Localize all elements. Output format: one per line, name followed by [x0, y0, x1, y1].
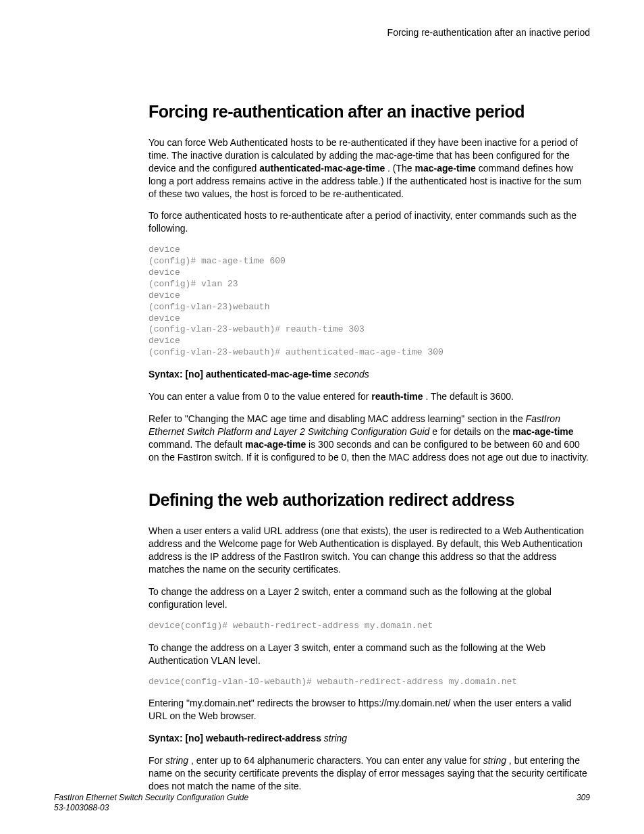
term-mac-age-time: mac-age-time: [415, 163, 476, 174]
term-reauth-time: reauth-time: [371, 391, 423, 402]
text: command. The default: [149, 439, 245, 450]
section-2-para-2: To change the address on a Layer 2 switc…: [149, 585, 590, 611]
text: For: [149, 755, 165, 766]
section-2-code-block-2: device(config-vlan-10-webauth)# webauth-…: [149, 677, 590, 688]
section-2-para-5: For string , enter up to 64 alphanumeric…: [149, 754, 590, 793]
section-1-code-block: device (config)# mac-age-time 600 device…: [149, 244, 590, 359]
section-1-para-3: You can enter a value from 0 to the valu…: [149, 390, 590, 403]
text: , enter up to 64 alphanumeric characters…: [188, 755, 483, 766]
section-1-title: Forcing re-authentication after an inact…: [149, 102, 590, 122]
footer-doc-title: FastIron Ethernet Switch Security Config…: [54, 793, 248, 804]
section-2-para-1: When a user enters a valid URL address (…: [149, 525, 590, 576]
section-2-para-3: To change the address on a Layer 3 switc…: [149, 642, 590, 667]
text: e for details on the: [429, 426, 512, 437]
param-string: string: [483, 755, 506, 766]
text: . The default is 3600.: [423, 391, 514, 402]
section-2-syntax: Syntax: [no] webauth-redirect-address st…: [149, 732, 590, 745]
section-2-title: Defining the web authorization redirect …: [149, 490, 590, 510]
section-2-para-4: Entering "my.domain.net" redirects the b…: [149, 697, 590, 723]
footer-page-number: 309: [576, 793, 590, 814]
section-2-code-block-1: device(config)# webauth-redirect-address…: [149, 621, 590, 632]
text: . (The: [385, 163, 414, 174]
syntax-param: string: [321, 733, 347, 744]
section-1-para-4: Refer to "Changing the MAC age time and …: [149, 413, 590, 464]
section-1-para-2: To force authenticated hosts to re-authe…: [149, 209, 590, 235]
page-footer: FastIron Ethernet Switch Security Config…: [54, 793, 590, 814]
running-header: Forcing re-authentication after an inact…: [149, 27, 590, 38]
text: You can enter a value from 0 to the valu…: [149, 391, 371, 402]
footer-doc-number: 53-1003088-03: [54, 803, 248, 814]
term-mac-age-time: mac-age-time: [245, 439, 306, 450]
section-1-para-1: You can force Web Authenticated hosts to…: [149, 136, 590, 200]
section-1-syntax: Syntax: [no] authenticated-mac-age-time …: [149, 368, 590, 381]
syntax-keyword: Syntax: [no] webauth-redirect-address: [149, 733, 321, 744]
text: Refer to "Changing the MAC age time and …: [149, 413, 526, 424]
term-authenticated-mac-age-time: authenticated-mac-age-time: [259, 163, 385, 174]
term-mac-age-time: mac-age-time: [512, 426, 573, 437]
param-string: string: [165, 755, 188, 766]
footer-doc-info: FastIron Ethernet Switch Security Config…: [54, 793, 248, 814]
syntax-keyword: Syntax: [no] authenticated-mac-age-time: [149, 369, 331, 380]
syntax-param: seconds: [331, 369, 369, 380]
